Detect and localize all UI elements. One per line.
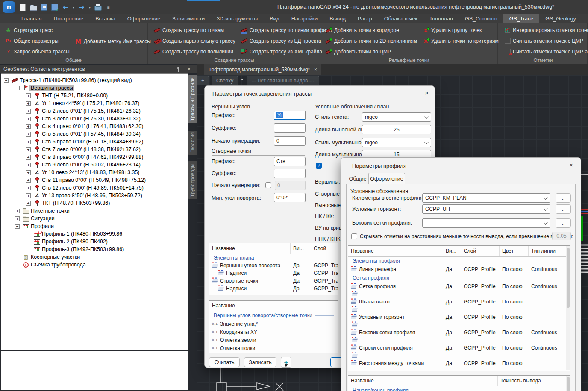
table-row[interactable]: Отметка полки (209, 344, 338, 352)
ribbon-button[interactable]: Создать трассу по точкам (151, 25, 238, 35)
tree-item[interactable]: +Ств 7 лево 0°00' (Н 48.38, ПК492+37.62) (1, 146, 188, 153)
hide-marks-value[interactable]: 0.05 (552, 232, 571, 240)
ribbon-tab-зависимости[interactable]: Зависимости (166, 14, 211, 23)
tree-item[interactable]: +Ств 4 право 0°01' (Н 76.41, ПК483+62.30… (1, 123, 188, 130)
add-view-button[interactable]: + (197, 76, 209, 85)
read-button[interactable]: Считать (209, 357, 240, 367)
tab-common[interactable]: Общие (348, 174, 368, 184)
tree-expander[interactable]: + (15, 209, 20, 213)
field-input[interactable] (274, 123, 306, 133)
tree-item[interactable]: +Ств 12 лево 0°00' (Н 49.89, ПК501+14.75… (1, 184, 188, 192)
tree-item[interactable]: +ТНТ (Н 75.21, ПК480+0.00) (1, 92, 188, 99)
tree-item[interactable]: +∠Уг 1 лево 44°59' (Н 75.21, ПК480+76.37… (1, 99, 188, 107)
tree-expander[interactable]: + (26, 201, 31, 206)
undo-icon[interactable] (61, 2, 70, 12)
tree-expander[interactable]: + (26, 178, 31, 183)
ribbon-button[interactable]: ?Запрос объекта трассы (3, 46, 72, 57)
ribbon-tab-вывод[interactable]: Вывод (323, 14, 352, 23)
scrollbar-thumb[interactable] (567, 248, 570, 308)
table-row[interactable]: Вершины углов поворотаДаGCPP_Tra (209, 262, 338, 269)
tree-item[interactable]: ▨Косогорные участки (1, 253, 188, 261)
tree-item[interactable]: Профиль-2 (ПК480-ПК492) (1, 238, 188, 245)
tree-expander[interactable]: + (26, 117, 31, 121)
ribbon-tab-gs-common[interactable]: GS_Common (459, 14, 503, 23)
ribbon-button[interactable]: ♣Структура трасс (3, 25, 72, 35)
tree-item[interactable]: +Ств 9 лево 0°00' (Н 50.02, ПК496+23.14) (1, 161, 188, 169)
scrollbar-thumb[interactable] (567, 377, 570, 391)
profile-combo[interactable]: GCPP_UH (422, 204, 550, 214)
tree-item[interactable]: +Ств 3 лево 0°00' (Н 76.30, ПК483+31.32) (1, 115, 188, 123)
table-scrollbar[interactable] (566, 246, 570, 370)
ribbon-button[interactable]: Создать параллельную трассу (151, 35, 238, 46)
table-row[interactable]: Координаты XY (209, 328, 338, 336)
ribbon-tab-вид[interactable]: Вид (264, 14, 285, 23)
table-row[interactable]: Условный горизонтДаGCPP_ProfileПо слою (348, 313, 570, 321)
field-input[interactable]: 0 (274, 136, 306, 146)
tree-expander[interactable]: + (15, 216, 20, 221)
more-button[interactable]: .. (556, 218, 571, 228)
save-icon[interactable] (39, 2, 49, 12)
tree-expander[interactable]: − (15, 224, 20, 229)
ribbon-button[interactable]: Добавить точки по 2D-полилиниям (323, 35, 419, 46)
table-row[interactable]: Сетка профиляДаGCPP_ProfileПо слоюContin… (348, 282, 570, 291)
redo-icon[interactable] (77, 2, 86, 12)
tree-expander[interactable]: + (26, 93, 31, 98)
plan-combo[interactable]: mgeo (362, 112, 431, 122)
ribbon-button[interactable]: P:Общие параметры (3, 35, 72, 46)
tree-item[interactable]: −Вершины трассы (1, 84, 188, 92)
undo-dropdown-icon[interactable] (71, 2, 76, 12)
document-tab[interactable]: нефтепровод магистральный_530мм.dwg* × (204, 64, 321, 75)
table-row[interactable]: Линия рельефаДаGCPP_ProfileПо слоюContin… (348, 265, 570, 274)
tree-expander[interactable]: + (26, 109, 31, 114)
tree-item[interactable]: +Пикетные точки (1, 207, 188, 215)
table-row[interactable]: Боковик сетки профиляДаGCPP_ProfileПо сл… (348, 328, 570, 337)
plan-input[interactable]: 25 (362, 125, 431, 134)
ribbon-tab-вставка[interactable]: Вставка (89, 14, 121, 23)
tree-item[interactable]: +Ств 2 лево 0°01' (Н 75.15, ПК481+26.32) (1, 107, 188, 115)
tree-item[interactable]: +Ств 5 лево 0°01' (Н 57.45, ПК484+39.34) (1, 130, 188, 138)
ribbon-button[interactable]: Создать трассу по полилинии (151, 46, 238, 57)
tree-item[interactable]: +Ств 8 право 0°00' (Н 47.62, ПК492+99.88… (1, 153, 188, 161)
ribbon-tab-растр[interactable]: Растр (352, 14, 378, 23)
tree-item[interactable]: −Трасса-1 (ПК480-ПК503+99.86) (текущий в… (1, 76, 188, 84)
table-row[interactable]: Отметка земли (209, 336, 338, 344)
ribbon-button[interactable]: MДобавить метку Имя трассы (73, 36, 153, 47)
tree-expander[interactable]: + (26, 193, 31, 198)
print-icon[interactable] (93, 2, 103, 12)
ribbon-tab-топоплан[interactable]: Топоплан (423, 14, 459, 23)
numbering-checkbox[interactable] (265, 182, 271, 188)
nanocad-logo-icon[interactable]: n (3, 1, 15, 13)
new-file-icon[interactable] (18, 2, 27, 12)
table-row[interactable]: НадписиДаGCPP_Tra (209, 285, 338, 292)
view-orientation-button[interactable]: Сверху (212, 76, 238, 85)
table-row[interactable]: НадписиДаGCPP_Tra (209, 269, 338, 277)
tree-expander[interactable]: + (26, 101, 31, 106)
redo-dropdown-icon[interactable] (88, 2, 92, 12)
tree-item[interactable]: +∠Уг 10 лево 24°13' (Н 48.83, ПК498+3.35… (1, 169, 188, 176)
ribbon-tab-облака-точек[interactable]: Облака точек (378, 14, 423, 23)
write-button[interactable]: Записать (244, 357, 276, 367)
more-button[interactable]: .. (556, 193, 571, 203)
field-input[interactable]: 0 (275, 181, 306, 190)
tree-item[interactable]: +Ситуации (1, 215, 188, 222)
ribbon-tab-оформление[interactable]: Оформление (121, 14, 167, 23)
tree-item[interactable]: +Ств 6 право 0°00' (Н 51.18, ПК484+89.62… (1, 138, 188, 146)
linked-views-button[interactable]: --- нет связанных видов --- (247, 76, 319, 85)
tree-expander[interactable]: + (26, 132, 31, 137)
tree-expander[interactable]: + (26, 147, 31, 152)
ribbon-tab-построение[interactable]: Построение (48, 14, 90, 23)
table-row[interactable]: Строки сетки профиляДаGCPP_ProfileПо сло… (348, 344, 570, 352)
tree-expander[interactable]: + (26, 186, 31, 190)
pin-icon[interactable] (175, 66, 181, 72)
side-tab-1[interactable]: Трассы и Профили (188, 75, 197, 123)
tree-expander[interactable]: + (26, 163, 31, 167)
tab-decoration[interactable]: Оформление (368, 173, 405, 184)
more-button[interactable]: .. (556, 204, 571, 214)
table-row[interactable]: Створные точкиДаGCPP_Tra (209, 277, 338, 285)
side-tab-2[interactable]: Геология (188, 131, 197, 155)
profile-combo[interactable] (422, 218, 550, 228)
side-tab-3[interactable]: Трубопроводы (188, 161, 197, 199)
min-angle-input[interactable]: 0°02' (274, 193, 306, 202)
table-row[interactable]: Расстояния между точкамиДаGCPP_ProfileПо… (348, 359, 570, 368)
tree-item[interactable]: Профиль-1 (ПК480-ПК503+99.86 (1, 230, 188, 238)
